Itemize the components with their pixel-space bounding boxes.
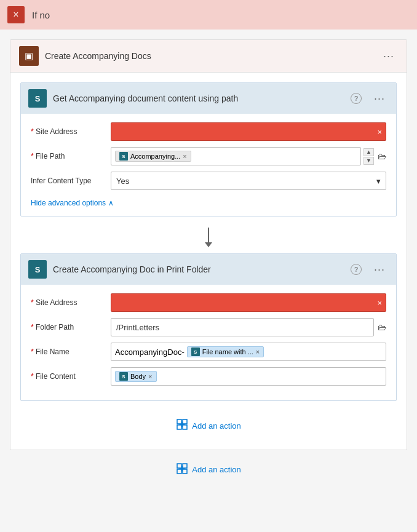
second-file-content-chip-label: Body [130,373,146,380]
first-site-address-clear-icon[interactable]: × [377,127,382,137]
svg-rect-6 [177,464,181,468]
second-file-name-control: AccompanyingDoc- S File name with ... × [111,343,386,361]
first-file-path-chip-label: Accompanying... [130,153,180,160]
second-file-name-chip-icon: S [191,347,200,356]
bottom-add-action-area: Add an action [10,450,407,489]
svg-rect-7 [183,464,187,468]
first-infer-content-row: Infer Content Type Yes ▾ [31,172,386,190]
first-action-header: S Get Accompanying document content usin… [21,83,396,114]
svg-rect-1 [183,419,187,424]
second-site-address-clear-icon[interactable]: × [377,298,382,308]
second-action-title: Create Accompanying Doc in Print Folder [53,264,344,274]
first-action-fields: Site Address × File Path [21,114,396,216]
main-card-body: S Get Accompanying document content usin… [10,73,407,450]
second-action-icon-text: S [35,265,41,274]
second-site-address-label: Site Address [31,298,105,307]
arrow-head [205,242,212,247]
svg-rect-0 [177,419,181,424]
main-card-icon-symbol: ▣ [25,50,33,62]
bottom-add-action-svg-icon [176,463,188,475]
second-file-content-control: S Body × [111,367,386,386]
first-action-title: Get Accompanying document content using … [53,93,344,103]
second-file-name-label: File Name [31,347,105,356]
inner-add-action-area: Add an action [20,406,397,440]
first-infer-content-control: Yes ▾ [111,172,386,190]
second-site-address-control: × [111,293,386,312]
arrow-line [208,228,209,242]
first-file-path-input[interactable]: S Accompanying... × [111,147,361,165]
second-file-content-input[interactable]: S Body × [111,367,386,386]
outer-container: ▣ Create Accompanying Docs ··· S Get Acc… [0,30,417,499]
first-file-path-chip: S Accompanying... × [115,151,191,162]
first-action-block: S Get Accompanying document content usin… [20,82,397,216]
svg-rect-8 [177,469,181,474]
first-infer-content-chevron-icon: ▾ [376,177,381,186]
bottom-add-action-icon [176,463,188,477]
second-site-address-row: Site Address × [31,293,386,312]
first-infer-content-dropdown[interactable]: Yes ▾ [111,172,386,190]
add-action-svg-icon [176,418,188,431]
second-action-header: S Create Accompanying Doc in Print Folde… [21,254,396,285]
second-folder-path-input[interactable]: /PrintLetters [111,318,374,336]
first-site-address-row: Site Address × [31,122,386,141]
second-file-name-prefix: AccompanyingDoc- [115,347,185,357]
main-card-header: ▣ Create Accompanying Docs ··· [10,40,407,73]
banner-title: If no [32,10,50,20]
first-action-icon: S [28,89,47,108]
first-file-path-arrows: ▲ ▼ [363,148,374,165]
first-site-address-label: Site Address [31,127,105,136]
close-icon: × [13,9,18,20]
first-file-path-down-btn[interactable]: ▼ [363,157,374,165]
close-button[interactable]: × [7,6,25,23]
hide-advanced-label: Hide advanced options [31,199,106,207]
main-card: ▣ Create Accompanying Docs ··· S Get Acc… [10,39,407,450]
second-site-address-input[interactable]: × [111,293,386,312]
inner-add-action-icon [176,418,188,434]
second-file-content-chip-remove[interactable]: × [148,373,152,380]
second-action-help-icon[interactable]: ? [351,264,362,275]
first-file-path-chip-remove[interactable]: × [183,153,186,160]
svg-rect-9 [183,469,187,474]
second-file-name-input[interactable]: AccompanyingDoc- S File name with ... × [111,343,386,361]
second-folder-path-folder-icon[interactable]: 🗁 [378,322,386,332]
first-site-address-control: × [111,122,386,141]
second-folder-path-value: /PrintLetters [116,323,159,332]
first-file-path-up-btn[interactable]: ▲ [363,148,374,156]
hide-advanced-caret-icon: ∧ [108,199,114,207]
inner-add-action-button[interactable]: Add an action [176,418,241,434]
second-file-name-row: File Name AccompanyingDoc- S File name w… [31,343,386,361]
second-file-content-chip-icon: S [119,372,128,381]
main-card-ellipsis-button[interactable]: ··· [379,49,398,64]
first-file-path-chip-icon: S [119,152,128,161]
first-action-help-icon[interactable]: ? [351,93,362,104]
first-file-path-control: S Accompanying... × ▲ ▼ 🗁 [111,147,386,165]
svg-rect-2 [177,425,181,429]
first-site-address-input[interactable]: × [111,122,386,141]
hide-advanced-link[interactable]: Hide advanced options ∧ [31,199,114,207]
second-action-block: S Create Accompanying Doc in Print Folde… [20,253,397,401]
first-file-path-label: File Path [31,152,105,161]
second-file-content-label: File Content [31,372,105,381]
main-card-title: Create Accompanying Docs [45,51,373,61]
second-folder-path-label: Folder Path [31,323,105,332]
second-file-name-chip-label: File name with ... [202,348,253,355]
first-file-path-folder-icon[interactable]: 🗁 [378,151,386,161]
first-infer-content-label: Infer Content Type [31,177,105,185]
second-folder-path-row: Folder Path /PrintLetters 🗁 [31,318,386,336]
first-action-ellipsis-button[interactable]: ··· [370,91,389,106]
arrow-connector [20,221,397,253]
first-file-path-row: File Path S Accompanying... × [31,147,386,165]
bottom-add-action-label: Add an action [192,465,241,474]
second-action-icon: S [28,260,47,279]
second-file-name-chip: S File name with ... × [187,346,264,357]
second-action-ellipsis-button[interactable]: ··· [370,262,389,277]
down-arrow [205,228,212,247]
top-banner: × If no [0,0,417,30]
second-file-content-chip: S Body × [115,371,157,382]
first-action-icon-text: S [35,94,41,103]
second-action-fields: Site Address × Folder Path [21,285,396,400]
main-card-icon: ▣ [19,46,39,66]
svg-rect-3 [183,425,187,429]
second-file-name-chip-remove[interactable]: × [256,348,260,355]
bottom-add-action-button[interactable]: Add an action [176,463,241,477]
